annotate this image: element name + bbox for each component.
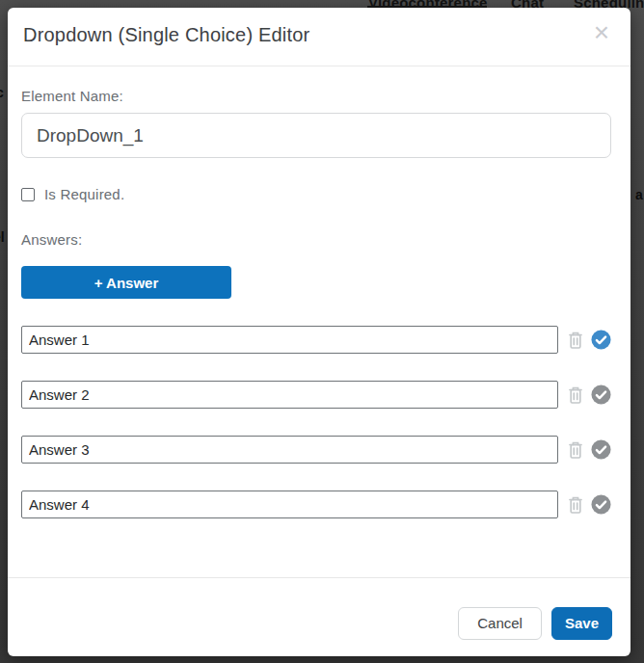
check-circle-icon	[591, 330, 611, 350]
save-button[interactable]: Save	[551, 607, 612, 640]
is-required-label: Is Required.	[44, 186, 124, 202]
dropdown-editor-dialog: Dropdown (Single Choice) Editor × Elemen…	[8, 8, 631, 656]
answers-list	[21, 326, 611, 518]
delete-answer-button[interactable]	[567, 385, 584, 406]
answer-row	[21, 381, 611, 409]
delete-answer-button[interactable]	[567, 439, 584, 461]
delete-answer-button[interactable]	[567, 330, 584, 351]
element-name-label: Element Name:	[21, 88, 611, 104]
add-answer-button[interactable]: + Answer	[21, 266, 231, 299]
default-answer-toggle[interactable]	[590, 330, 611, 351]
answer-row	[21, 436, 611, 464]
check-circle-icon	[591, 439, 611, 460]
delete-answer-button[interactable]	[567, 494, 584, 516]
cancel-button[interactable]: Cancel	[458, 607, 542, 640]
answers-label: Answers:	[21, 231, 611, 248]
answer-text-input[interactable]	[21, 381, 558, 409]
check-circle-icon	[591, 385, 611, 405]
answer-row	[21, 326, 611, 354]
trash-icon	[568, 385, 583, 405]
default-answer-toggle[interactable]	[590, 385, 611, 406]
background-text-fragment: a	[635, 187, 643, 202]
default-answer-toggle[interactable]	[590, 439, 611, 461]
trash-icon	[568, 440, 583, 460]
answer-text-input[interactable]	[21, 436, 558, 464]
answer-row	[21, 491, 611, 518]
check-circle-icon	[591, 494, 611, 515]
background-text-fragment: c	[0, 85, 4, 100]
element-name-input[interactable]	[21, 113, 611, 158]
dialog-header: Dropdown (Single Choice) Editor ×	[8, 8, 631, 66]
trash-icon	[568, 495, 583, 515]
is-required-row: Is Required.	[21, 186, 611, 202]
dialog-footer: Cancel Save	[8, 577, 631, 656]
trash-icon	[568, 331, 583, 350]
answer-text-input[interactable]	[21, 491, 558, 518]
close-icon[interactable]: ×	[588, 19, 615, 46]
dialog-body: Element Name: Is Required. Answers: + An…	[8, 88, 631, 518]
is-required-checkbox[interactable]	[21, 188, 35, 201]
default-answer-toggle[interactable]	[590, 494, 611, 516]
dialog-title: Dropdown (Single Choice) Editor	[23, 24, 615, 46]
answer-text-input[interactable]	[21, 326, 558, 354]
background-text-fragment: el	[0, 229, 5, 245]
